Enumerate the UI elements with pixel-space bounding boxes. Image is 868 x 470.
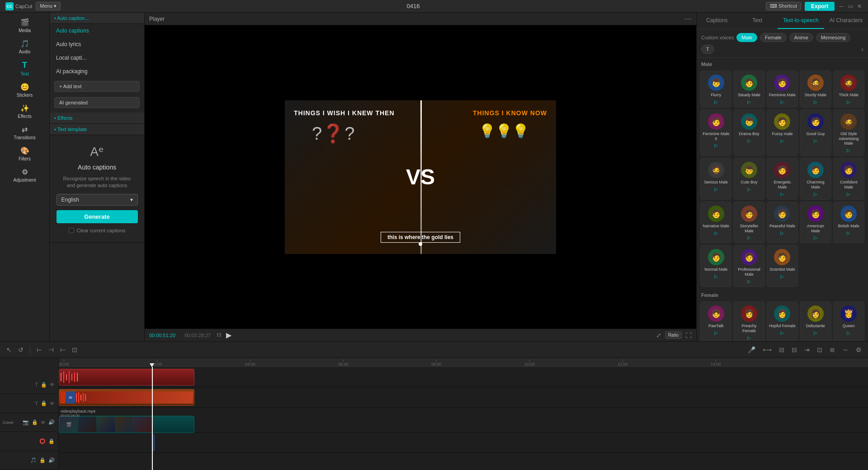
maximize-button[interactable]: ▭ <box>847 3 854 9</box>
trim-right-button[interactable]: ⊢ <box>58 345 67 354</box>
player-menu-button[interactable]: ⋯ <box>684 14 692 23</box>
voice-play-button[interactable]: ▷ <box>714 143 718 148</box>
voice-card-male-20[interactable]: 🧑 Normal Male ▷ <box>700 245 731 287</box>
clip-caption-1[interactable] <box>59 369 194 385</box>
voice-play-button[interactable]: ▷ <box>780 192 784 197</box>
voice-card-male-15[interactable]: 🧑 Narrative Male ▷ <box>700 202 731 244</box>
voice-card-male-19[interactable]: 🧑 British Male ▷ <box>833 202 864 244</box>
voice-card-male-7[interactable]: 🧑 Fussy male ▷ <box>767 109 798 156</box>
voice-play-button[interactable]: ▷ <box>747 99 751 104</box>
voice-play-button[interactable]: ▷ <box>714 99 718 104</box>
voice-play-button[interactable]: ▷ <box>747 335 751 340</box>
voice-play-button[interactable]: ▷ <box>780 230 784 235</box>
close-button[interactable]: ✕ <box>856 3 863 9</box>
tool-media[interactable]: 🎬 Media <box>5 15 45 36</box>
clear-captions-checkbox[interactable] <box>69 228 74 233</box>
voice-card-female-4[interactable]: 👸 Queen ▷ <box>833 301 864 341</box>
eye-icon-1[interactable]: 👁 <box>50 382 55 387</box>
play-button[interactable]: ▶ <box>226 331 231 339</box>
tab-text-to-speech[interactable]: Text-to-speech <box>778 13 824 29</box>
voice-card-male-12[interactable]: 🧑 Energetic Male ▷ <box>767 158 798 200</box>
voice-card-male-2[interactable]: 🧑 Feminine Male ▷ <box>767 70 798 108</box>
voice-card-male-17[interactable]: 🧑 Peaceful Male ▷ <box>767 202 798 244</box>
voice-play-button[interactable]: ▷ <box>847 192 850 197</box>
fullscreen-icon[interactable]: ⤢ <box>656 332 661 339</box>
add-text-button[interactable]: + Add text <box>54 81 140 92</box>
voice-card-male-11[interactable]: 👦 Cute Boy ▷ <box>733 158 764 200</box>
ai-generated-button[interactable]: AI generated <box>54 97 140 108</box>
tool-stickers[interactable]: 😊 Stickers <box>5 80 45 100</box>
filter-memesong-button[interactable]: Memesong <box>816 33 850 42</box>
delete-button[interactable]: ⊡ <box>70 345 79 354</box>
tl-ctrl5[interactable]: ⊡ <box>815 345 824 354</box>
voice-card-male-9[interactable]: 🧔 Old Style Advertising Male ▷ <box>833 109 864 156</box>
voice-card-female-2[interactable]: 👩 Hopful Female ▷ <box>767 301 798 341</box>
voice-card-male-5[interactable]: 🧑 Feminine Male II ▷ <box>700 109 731 156</box>
voice-card-male-6[interactable]: 👦 Drama Boy ▷ <box>733 109 764 156</box>
voice-play-button[interactable]: ▷ <box>780 138 784 143</box>
voice-card-male-13[interactable]: 🧑 Charming Male ▷ <box>800 158 831 200</box>
voice-play-button[interactable]: ▷ <box>714 330 718 335</box>
tool-audio[interactable]: 🎵 Audio <box>5 37 45 57</box>
voice-card-male-16[interactable]: 🧑 Storyteller Male ▷ <box>733 202 764 244</box>
voice-play-button[interactable]: ▷ <box>814 235 817 240</box>
filter-female-button[interactable]: Female <box>760 33 787 42</box>
voice-play-button[interactable]: ▷ <box>847 230 850 235</box>
voice-card-male-21[interactable]: 🧑 Professional Male ▷ <box>733 245 764 287</box>
tool-effects[interactable]: ✨ Effects <box>5 101 45 122</box>
voice-card-male-8[interactable]: 🧑 Good Guy ▷ <box>800 109 831 156</box>
voice-card-male-14[interactable]: 🧑 Confident Male ▷ <box>833 158 864 200</box>
lock-icon-4[interactable]: 🔒 <box>48 438 55 444</box>
voice-play-button[interactable]: ▷ <box>714 274 718 279</box>
caption-item-autolyrics[interactable]: Auto lyrics <box>50 38 144 51</box>
voice-play-button[interactable]: ▷ <box>814 192 817 197</box>
expand-button[interactable]: ⛶ <box>685 332 692 339</box>
split-button[interactable]: ⊢ <box>35 345 44 354</box>
caption-header[interactable]: • Auto caption... <box>50 13 144 24</box>
tab-ai-characters[interactable]: AI Characters <box>824 13 868 29</box>
voice-play-button[interactable]: ▷ <box>847 99 850 104</box>
voice-play-button[interactable]: ▷ <box>780 330 784 335</box>
voice-play-button[interactable]: ▷ <box>747 235 751 240</box>
tool-filters[interactable]: 🎨 Filters <box>5 144 45 164</box>
voice-play-button[interactable]: ▷ <box>847 330 850 335</box>
tl-ctrl4[interactable]: ⇥ <box>802 345 811 354</box>
trim-left-button[interactable]: ⊣ <box>47 345 56 354</box>
voice-play-button[interactable]: ▷ <box>814 330 817 335</box>
filter-anime-button[interactable]: Anime <box>789 33 813 42</box>
tool-transitions[interactable]: ⇄ Transitions <box>5 122 45 143</box>
playhead[interactable] <box>152 367 153 470</box>
voice-play-button[interactable]: ▷ <box>747 138 751 143</box>
voice-card-female-0[interactable]: 👧 PawTalk ▷ <box>700 301 731 341</box>
voice-card-male-18[interactable]: 🧑 American Male ▷ <box>800 202 831 244</box>
generate-button[interactable]: Generate <box>57 210 138 223</box>
text-template-header[interactable]: • Text template <box>50 124 144 135</box>
voice-card-male-10[interactable]: 🧔 Serious Male ▷ <box>700 158 731 200</box>
eye-icon-2[interactable]: 👁 <box>50 401 55 406</box>
voice-card-male-3[interactable]: 🧔 Sturdy Male ▷ <box>800 70 831 108</box>
clip-video[interactable]: 🎬 <box>59 416 194 433</box>
tl-ctrl1[interactable]: ⟷ <box>761 345 774 354</box>
lock-icon-1[interactable]: 🔒 <box>41 382 47 388</box>
mic-button[interactable]: 🎤 <box>746 345 757 354</box>
tl-settings-button[interactable]: ⚙ <box>854 345 863 354</box>
voice-play-button[interactable]: ▷ <box>714 230 718 235</box>
filter-t-button[interactable]: T <box>701 45 714 54</box>
tl-ctrl6[interactable]: ⊚ <box>828 345 837 354</box>
voice-play-button[interactable]: ▷ <box>814 138 817 143</box>
audio-icon-3[interactable]: 🔊 <box>48 419 55 425</box>
export-button[interactable]: Export <box>805 2 835 11</box>
tab-text[interactable]: Text <box>737 13 777 29</box>
voice-card-male-22[interactable]: 🧑 Scientist Male ▷ <box>767 245 798 287</box>
ratio-button[interactable]: Ratio <box>665 331 682 339</box>
lock-icon-2[interactable]: 🔒 <box>41 400 47 406</box>
tool-adjustment[interactable]: ⚙ Adjustment <box>5 165 45 185</box>
voice-play-button[interactable]: ▷ <box>847 148 850 153</box>
voice-play-button[interactable]: ▷ <box>814 99 817 104</box>
lock-icon-3[interactable]: 🔒 <box>32 419 38 425</box>
shortcut-button[interactable]: ⌨ Shortcut <box>766 2 801 10</box>
voice-card-female-1[interactable]: 👩 Preachy Female ▷ <box>733 301 764 341</box>
audio-volume-icon[interactable]: 🔊 <box>48 457 55 463</box>
tab-captions[interactable]: Captions <box>697 13 737 29</box>
voice-play-button[interactable]: ▷ <box>780 99 784 104</box>
